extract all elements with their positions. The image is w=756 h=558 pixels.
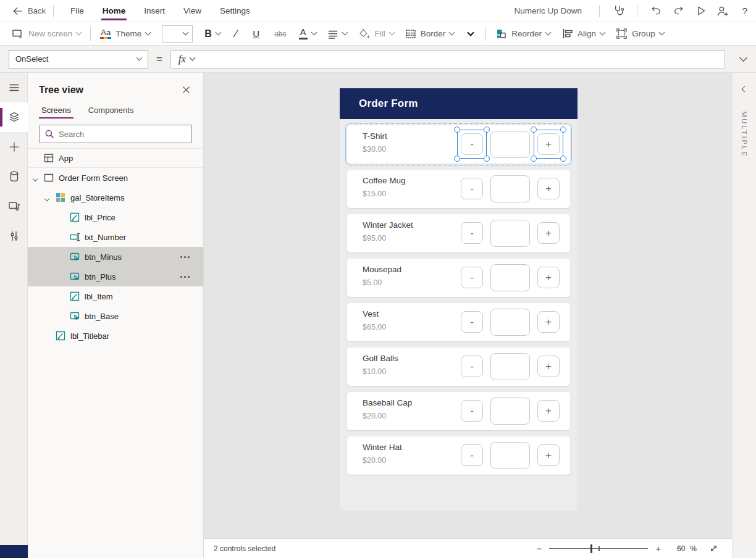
zoom-slider-handle[interactable] bbox=[590, 544, 592, 553]
tree-search-input[interactable] bbox=[59, 130, 187, 139]
preview-app-button[interactable] bbox=[689, 1, 712, 21]
app-titlebar[interactable]: Order Form bbox=[340, 88, 578, 119]
redo-button[interactable] bbox=[667, 1, 689, 21]
data-rail-button[interactable] bbox=[0, 162, 28, 191]
share-button[interactable] bbox=[712, 1, 734, 21]
font-size-dropdown[interactable] bbox=[162, 25, 193, 43]
plus-button[interactable]: + bbox=[537, 400, 560, 422]
gallery-row[interactable]: Baseball Cap $20.00 - + bbox=[347, 392, 570, 430]
menu-view[interactable]: View bbox=[174, 0, 211, 22]
italic-button[interactable]: / bbox=[226, 22, 245, 46]
tree-item-lbl-titlebar[interactable]: lbl_Titlebar bbox=[28, 326, 203, 346]
quantity-input[interactable] bbox=[490, 264, 530, 291]
resize-handle[interactable] bbox=[560, 156, 566, 162]
menu-file[interactable]: File bbox=[61, 0, 93, 22]
more-options-icon[interactable] bbox=[180, 276, 182, 278]
border-button[interactable]: Border bbox=[400, 22, 460, 46]
tab-screens[interactable]: Screens bbox=[39, 102, 74, 120]
property-dropdown[interactable]: OnSelect bbox=[9, 50, 148, 69]
resize-handle[interactable] bbox=[484, 156, 490, 162]
zoom-in-button[interactable]: + bbox=[648, 543, 668, 554]
menu-settings[interactable]: Settings bbox=[211, 0, 259, 22]
zoom-slider[interactable] bbox=[549, 544, 648, 553]
expand-properties-button[interactable] bbox=[733, 78, 756, 102]
plus-button[interactable]: + bbox=[537, 356, 560, 377]
app-screen-preview[interactable]: Order Form T-Shirt $30.00 - + Coffee Mug… bbox=[340, 88, 578, 510]
group-button[interactable]: Group bbox=[610, 22, 670, 46]
gallery-row[interactable]: Vest $65.00 - + bbox=[347, 303, 570, 341]
fill-button[interactable]: Fill bbox=[353, 22, 400, 46]
minus-button[interactable]: - bbox=[461, 444, 483, 466]
minus-button[interactable]: - bbox=[461, 356, 483, 377]
underline-button[interactable]: U bbox=[245, 22, 267, 46]
minus-button[interactable]: - bbox=[461, 400, 483, 422]
tree-item-gal-storeitems[interactable]: gal_StoreItems bbox=[28, 188, 203, 207]
minus-button[interactable]: - bbox=[461, 267, 483, 288]
reorder-button[interactable]: Reorder bbox=[490, 22, 556, 46]
fullscreen-button[interactable] bbox=[709, 544, 718, 553]
quantity-input[interactable] bbox=[490, 175, 530, 202]
plus-button[interactable]: + bbox=[537, 444, 560, 466]
quantity-input[interactable] bbox=[490, 220, 530, 247]
align-button[interactable]: Align bbox=[556, 22, 610, 46]
strikethrough-button[interactable]: abc bbox=[267, 22, 293, 46]
formula-bar-expand-button[interactable] bbox=[733, 50, 754, 69]
font-color-button[interactable]: A bbox=[293, 22, 322, 46]
quantity-input[interactable] bbox=[490, 131, 530, 158]
minus-button[interactable]: - bbox=[461, 178, 483, 199]
media-rail-button[interactable] bbox=[0, 191, 28, 221]
resize-handle[interactable] bbox=[484, 127, 490, 133]
minus-button[interactable]: - bbox=[461, 133, 483, 155]
theme-button[interactable]: Aa Theme bbox=[94, 22, 156, 46]
more-options-icon[interactable] bbox=[180, 256, 182, 258]
plus-button[interactable]: + bbox=[537, 311, 560, 333]
plus-button[interactable]: + bbox=[537, 133, 560, 155]
advanced-tools-rail-button[interactable] bbox=[0, 221, 28, 251]
gallery-row[interactable]: Winter Hat $20.00 - + bbox=[347, 436, 570, 475]
gallery-row[interactable]: Winter Jacket $95.00 - + bbox=[347, 214, 570, 252]
gallery-row[interactable]: Mousepad $5.00 - + bbox=[347, 259, 570, 297]
minus-button[interactable]: - bbox=[461, 311, 483, 333]
resize-handle[interactable] bbox=[531, 127, 537, 133]
menu-insert[interactable]: Insert bbox=[135, 0, 174, 22]
tree-item-txt-number[interactable]: txt_Number bbox=[28, 227, 203, 247]
quantity-input[interactable] bbox=[490, 353, 530, 380]
expand-chevron-icon[interactable] bbox=[45, 193, 49, 202]
quantity-input[interactable] bbox=[490, 442, 530, 469]
quantity-input[interactable] bbox=[490, 309, 530, 336]
tree-item-lbl-price[interactable]: lbl_Price bbox=[28, 207, 203, 227]
close-tree-view-button[interactable] bbox=[179, 83, 193, 97]
resize-handle[interactable] bbox=[560, 127, 566, 133]
formula-input[interactable] bbox=[202, 51, 724, 68]
tree-view-rail-button[interactable] bbox=[0, 102, 28, 132]
zoom-out-button[interactable]: − bbox=[529, 543, 549, 554]
app-checker-button[interactable] bbox=[607, 1, 629, 21]
tree-item-app[interactable]: App bbox=[28, 148, 203, 168]
tree-item-btn-plus[interactable]: btn_Plus bbox=[28, 267, 203, 286]
bold-button[interactable]: B bbox=[199, 22, 226, 46]
expand-chevron-icon[interactable] bbox=[33, 173, 37, 183]
gallery-row[interactable]: Golf Balls $10.00 - + bbox=[347, 348, 570, 386]
plus-button[interactable]: + bbox=[537, 178, 560, 199]
plus-button[interactable]: + bbox=[537, 222, 560, 244]
gallery-row[interactable]: Coffee Mug $15.00 - + bbox=[347, 170, 570, 208]
tree-item-order-form-screen[interactable]: Order Form Screen bbox=[28, 168, 203, 188]
selection-handles[interactable]: + bbox=[534, 130, 563, 159]
menu-home[interactable]: Home bbox=[93, 0, 135, 22]
hamburger-menu-button[interactable] bbox=[0, 73, 28, 102]
help-button[interactable]: ? bbox=[734, 1, 756, 21]
undo-button[interactable] bbox=[645, 1, 667, 21]
tree-item-lbl-item[interactable]: lbl_Item bbox=[28, 286, 203, 306]
text-align-button[interactable] bbox=[322, 22, 353, 46]
tree-item-btn-minus[interactable]: btn_Minus bbox=[28, 247, 203, 267]
quantity-input[interactable] bbox=[490, 398, 530, 425]
new-screen-button[interactable]: New screen bbox=[6, 22, 86, 46]
insert-rail-button[interactable] bbox=[0, 132, 28, 162]
tab-components[interactable]: Components bbox=[86, 102, 136, 120]
tree-item-btn-base[interactable]: btn_Base bbox=[28, 306, 203, 326]
selection-handles[interactable]: - bbox=[457, 130, 487, 159]
back-button[interactable]: Back bbox=[11, 6, 46, 17]
resize-handle[interactable] bbox=[454, 156, 460, 162]
canvas-area[interactable]: Order Form T-Shirt $30.00 - + Coffee Mug… bbox=[204, 73, 732, 538]
fx-dropdown[interactable]: fx bbox=[171, 54, 203, 65]
